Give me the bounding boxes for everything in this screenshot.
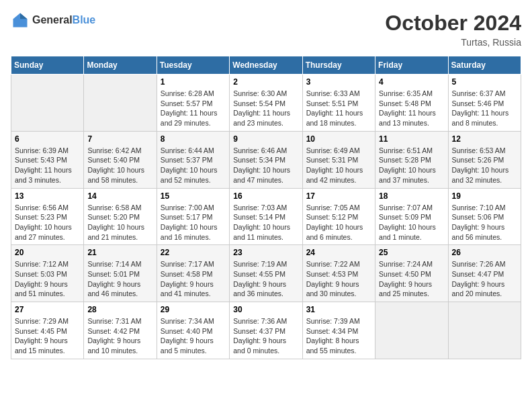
calendar-cell: 19Sunrise: 7:10 AMSunset: 5:06 PMDayligh…: [448, 188, 521, 245]
calendar-cell: 9Sunrise: 6:46 AMSunset: 5:34 PMDaylight…: [230, 131, 302, 188]
day-number: 29: [161, 305, 226, 314]
calendar-cell: 6Sunrise: 6:39 AMSunset: 5:43 PMDaylight…: [11, 131, 84, 188]
calendar-cell: 23Sunrise: 7:19 AMSunset: 4:55 PMDayligh…: [230, 245, 302, 302]
logo-general: General: [32, 14, 73, 26]
day-info: Sunrise: 6:56 AMSunset: 5:23 PMDaylight:…: [15, 203, 80, 242]
calendar-week-row: 20Sunrise: 7:12 AMSunset: 5:03 PMDayligh…: [11, 245, 521, 302]
day-number: 14: [87, 191, 152, 201]
day-number: 23: [233, 248, 298, 257]
day-number: 15: [161, 191, 226, 201]
day-number: 1: [161, 77, 226, 87]
day-number: 10: [306, 134, 371, 144]
day-number: 19: [452, 191, 517, 201]
calendar-cell: 14Sunrise: 6:58 AMSunset: 5:20 PMDayligh…: [84, 188, 157, 245]
calendar-cell: 10Sunrise: 6:49 AMSunset: 5:31 PMDayligh…: [302, 131, 375, 188]
logo-blue: Blue: [73, 14, 96, 26]
day-number: 27: [15, 305, 80, 314]
weekday-header: Tuesday: [157, 56, 229, 75]
day-info: Sunrise: 6:30 AMSunset: 5:54 PMDaylight:…: [233, 89, 298, 128]
day-number: 18: [379, 191, 444, 201]
calendar-body: 1Sunrise: 6:28 AMSunset: 5:57 PMDaylight…: [11, 75, 521, 359]
calendar-table: SundayMondayTuesdayWednesdayThursdayFrid…: [11, 56, 521, 359]
day-info: Sunrise: 7:29 AMSunset: 4:45 PMDaylight:…: [15, 316, 80, 356]
day-info: Sunrise: 6:51 AMSunset: 5:28 PMDaylight:…: [379, 146, 444, 185]
calendar-cell: 27Sunrise: 7:29 AMSunset: 4:45 PMDayligh…: [11, 302, 84, 359]
day-info: Sunrise: 6:42 AMSunset: 5:40 PMDaylight:…: [87, 146, 152, 185]
day-info: Sunrise: 6:35 AMSunset: 5:48 PMDaylight:…: [379, 89, 444, 128]
day-number: 17: [306, 191, 371, 201]
day-number: 20: [15, 248, 80, 257]
day-info: Sunrise: 7:24 AMSunset: 4:50 PMDaylight:…: [379, 259, 444, 299]
calendar-week-row: 1Sunrise: 6:28 AMSunset: 5:57 PMDaylight…: [11, 75, 521, 132]
calendar-cell: 20Sunrise: 7:12 AMSunset: 5:03 PMDayligh…: [11, 245, 84, 302]
day-info: Sunrise: 7:00 AMSunset: 5:17 PMDaylight:…: [161, 203, 226, 242]
calendar-cell: 7Sunrise: 6:42 AMSunset: 5:40 PMDaylight…: [84, 131, 157, 188]
calendar-cell: 31Sunrise: 7:39 AMSunset: 4:34 PMDayligh…: [302, 302, 375, 359]
day-info: Sunrise: 7:12 AMSunset: 5:03 PMDaylight:…: [15, 259, 80, 299]
calendar-week-row: 6Sunrise: 6:39 AMSunset: 5:43 PMDaylight…: [11, 131, 521, 188]
calendar-cell: 15Sunrise: 7:00 AMSunset: 5:17 PMDayligh…: [157, 188, 229, 245]
calendar-cell: [84, 75, 157, 132]
day-info: Sunrise: 6:37 AMSunset: 5:46 PMDaylight:…: [452, 89, 517, 128]
day-info: Sunrise: 7:07 AMSunset: 5:09 PMDaylight:…: [379, 203, 444, 242]
calendar-cell: 4Sunrise: 6:35 AMSunset: 5:48 PMDaylight…: [375, 75, 448, 132]
weekday-header: Sunday: [11, 56, 84, 75]
day-info: Sunrise: 7:05 AMSunset: 5:12 PMDaylight:…: [306, 203, 371, 242]
day-info: Sunrise: 7:19 AMSunset: 4:55 PMDaylight:…: [233, 259, 298, 299]
day-info: Sunrise: 7:39 AMSunset: 4:34 PMDaylight:…: [306, 316, 371, 356]
day-number: 16: [233, 191, 298, 201]
page-header: GeneralBlue October 2024 Turtas, Russia: [11, 11, 521, 48]
day-info: Sunrise: 6:58 AMSunset: 5:20 PMDaylight:…: [87, 203, 152, 242]
calendar-cell: 24Sunrise: 7:22 AMSunset: 4:53 PMDayligh…: [302, 245, 375, 302]
day-number: 22: [161, 248, 226, 257]
calendar-cell: 22Sunrise: 7:17 AMSunset: 4:58 PMDayligh…: [157, 245, 229, 302]
day-number: 8: [161, 134, 226, 144]
title-block: October 2024 Turtas, Russia: [385, 11, 521, 48]
calendar-cell: [448, 302, 521, 359]
day-number: 7: [87, 134, 152, 144]
calendar-cell: 12Sunrise: 6:53 AMSunset: 5:26 PMDayligh…: [448, 131, 521, 188]
day-info: Sunrise: 7:34 AMSunset: 4:40 PMDaylight:…: [161, 316, 226, 356]
calendar-cell: [375, 302, 448, 359]
weekday-header: Monday: [84, 56, 157, 75]
calendar-cell: 5Sunrise: 6:37 AMSunset: 5:46 PMDaylight…: [448, 75, 521, 132]
weekday-header: Wednesday: [230, 56, 302, 75]
day-number: 4: [379, 77, 444, 87]
day-info: Sunrise: 7:36 AMSunset: 4:37 PMDaylight:…: [233, 316, 298, 356]
calendar-cell: 26Sunrise: 7:26 AMSunset: 4:47 PMDayligh…: [448, 245, 521, 302]
calendar-cell: 2Sunrise: 6:30 AMSunset: 5:54 PMDaylight…: [230, 75, 302, 132]
day-info: Sunrise: 7:14 AMSunset: 5:01 PMDaylight:…: [87, 259, 152, 299]
month-title: October 2024: [385, 11, 521, 36]
day-info: Sunrise: 6:28 AMSunset: 5:57 PMDaylight:…: [161, 89, 226, 128]
day-number: 26: [452, 248, 517, 257]
weekday-row: SundayMondayTuesdayWednesdayThursdayFrid…: [11, 56, 521, 75]
day-number: 30: [233, 305, 298, 314]
day-number: 9: [233, 134, 298, 144]
calendar-cell: 21Sunrise: 7:14 AMSunset: 5:01 PMDayligh…: [84, 245, 157, 302]
calendar-week-row: 13Sunrise: 6:56 AMSunset: 5:23 PMDayligh…: [11, 188, 521, 245]
day-info: Sunrise: 6:49 AMSunset: 5:31 PMDaylight:…: [306, 146, 371, 185]
calendar-header: SundayMondayTuesdayWednesdayThursdayFrid…: [11, 56, 521, 75]
location: Turtas, Russia: [385, 37, 521, 48]
day-info: Sunrise: 6:33 AMSunset: 5:51 PMDaylight:…: [306, 89, 371, 128]
weekday-header: Friday: [375, 56, 448, 75]
day-number: 2: [233, 77, 298, 87]
day-number: 6: [15, 134, 80, 144]
day-number: 12: [452, 134, 517, 144]
calendar-cell: 8Sunrise: 6:44 AMSunset: 5:37 PMDaylight…: [157, 131, 229, 188]
day-info: Sunrise: 7:31 AMSunset: 4:42 PMDaylight:…: [87, 316, 152, 356]
calendar-cell: 13Sunrise: 6:56 AMSunset: 5:23 PMDayligh…: [11, 188, 84, 245]
calendar-week-row: 27Sunrise: 7:29 AMSunset: 4:45 PMDayligh…: [11, 302, 521, 359]
logo-icon: [11, 11, 30, 30]
calendar-cell: 29Sunrise: 7:34 AMSunset: 4:40 PMDayligh…: [157, 302, 229, 359]
day-info: Sunrise: 7:22 AMSunset: 4:53 PMDaylight:…: [306, 259, 371, 299]
day-number: 5: [452, 77, 517, 87]
day-number: 31: [306, 305, 371, 314]
svg-marker-1: [20, 13, 28, 19]
day-number: 24: [306, 248, 371, 257]
day-info: Sunrise: 6:39 AMSunset: 5:43 PMDaylight:…: [15, 146, 80, 185]
logo: GeneralBlue: [11, 11, 95, 30]
calendar-cell: 28Sunrise: 7:31 AMSunset: 4:42 PMDayligh…: [84, 302, 157, 359]
calendar-cell: [11, 75, 84, 132]
day-number: 21: [87, 248, 152, 257]
